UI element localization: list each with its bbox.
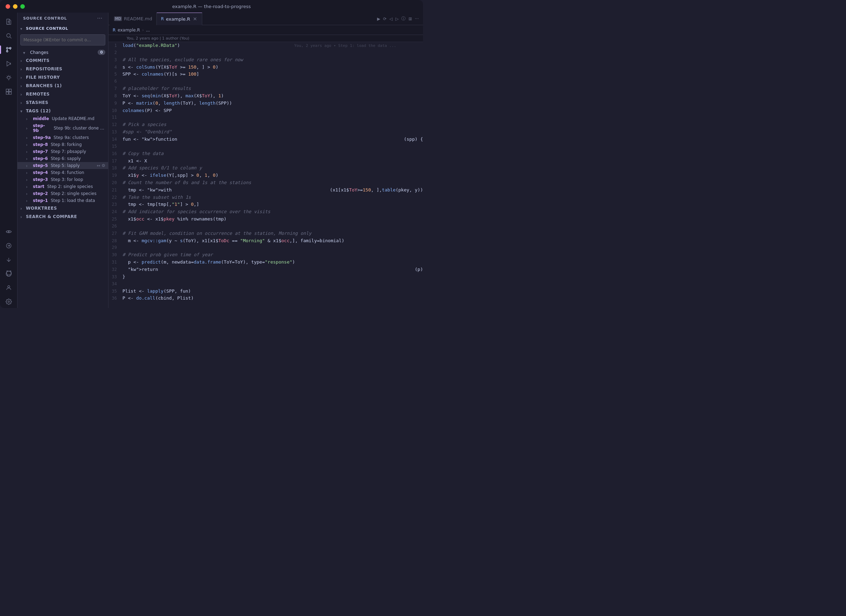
sidebar-section-repositories[interactable]: ›REPOSITORIES — [18, 65, 108, 73]
sidebar-section-branches--1-[interactable]: ›BRANCHES (1) — [18, 82, 108, 90]
code-editor[interactable]: 1 load("example.RData") You, 2 years ago… — [109, 42, 423, 308]
activity-debug[interactable] — [3, 71, 15, 84]
activity-github[interactable] — [3, 268, 15, 280]
tag-item-step-9b[interactable]: › step-9b Step 9b: cluster done r... — [18, 122, 108, 134]
tag-name: step-4 — [33, 170, 48, 175]
sidebar-header-actions[interactable]: ··· — [97, 16, 103, 21]
tab-readme[interactable]: MD README.md — [110, 13, 157, 25]
tab-example-r[interactable]: R example.R ✕ — [157, 13, 202, 25]
code-content: "kw">return — [122, 266, 415, 273]
activity-pull[interactable] — [3, 253, 15, 266]
tag-msg: Step 8: forking — [51, 142, 82, 147]
svg-point-10 — [7, 76, 10, 79]
line-number: 11 — [109, 114, 122, 121]
tag-item-step-5[interactable]: › step-5 Step 5: lapply ↔ ⚙ — [18, 162, 108, 169]
split-right-icon[interactable]: ▷ — [395, 16, 398, 21]
code-line: 33 } — [109, 273, 423, 281]
changes-section[interactable]: ▾ Changes 0 — [18, 48, 108, 56]
svg-point-3 — [7, 34, 10, 37]
sidebar-section-remotes[interactable]: ›REMOTES — [18, 90, 108, 99]
tag-item-step-9a[interactable]: › step-9a Step 9a: clusters — [18, 134, 108, 141]
activity-run[interactable] — [3, 57, 15, 70]
tag-item-step-6[interactable]: › step-6 Step 6: sapply — [18, 155, 108, 162]
activity-files[interactable] — [3, 15, 15, 28]
watch-icon[interactable]: ⟳ — [383, 16, 386, 21]
code-content: # placeholder for results — [122, 85, 423, 93]
split-editor-icon[interactable]: ⊞ — [408, 16, 412, 21]
breadcrumb-more[interactable]: ... — [146, 28, 150, 32]
tag-msg: Step 4: function — [51, 170, 84, 175]
svg-rect-0 — [7, 19, 9, 25]
maximize-button[interactable] — [20, 4, 25, 9]
activity-git[interactable] — [3, 240, 15, 252]
tag-chevron: › — [26, 178, 30, 182]
activity-account[interactable] — [3, 281, 15, 294]
sidebar-section-file-history[interactable]: ›FILE HISTORY — [18, 73, 108, 82]
tag-item-middle[interactable]: › middle Update README.md — [18, 115, 108, 122]
sections-container: ›COMMITS›REPOSITORIES›FILE HISTORY›BRANC… — [18, 56, 108, 107]
svg-rect-12 — [9, 89, 11, 92]
breadcrumb-r-icon: R — [113, 28, 116, 32]
tag-item-step-1[interactable]: › step-1 Step 1: load the data — [18, 197, 108, 204]
line-number: 26 — [109, 223, 122, 229]
search-compare-section[interactable]: › SEARCH & COMPARE — [18, 212, 108, 221]
breadcrumb-filename[interactable]: example.R — [118, 28, 140, 32]
sc-title[interactable]: ▾ SOURCE CONTROL — [18, 24, 108, 33]
activity-source-control[interactable] — [3, 43, 15, 56]
tab-close-button[interactable]: ✕ — [192, 16, 198, 22]
commit-input-area — [18, 33, 108, 48]
tag-item-step-3[interactable]: › step-3 Step 3: for loop — [18, 176, 108, 183]
info-icon[interactable]: ⓘ — [401, 16, 405, 22]
tag-item-start[interactable]: › start Step 2: single species — [18, 183, 108, 190]
tag-item-step-2[interactable]: › step-2 Step 2: single species — [18, 190, 108, 197]
code-content: x1 <- X — [122, 157, 423, 165]
commit-message-input[interactable] — [20, 34, 105, 46]
line-number: 32 — [109, 266, 122, 273]
more-editor-icon[interactable]: ··· — [415, 16, 419, 21]
section-chevron: › — [20, 92, 25, 96]
line-number: 25 — [109, 216, 122, 223]
code-content: m <- mgcv::gam(y ~ s(ToY), x1[x1$ToDc ==… — [122, 237, 423, 245]
tag-name: step-2 — [33, 191, 48, 196]
window-title: example.R — the-road-to-progress — [172, 4, 251, 9]
blame-bar: You, 2 years ago | 1 author (You) — [109, 35, 423, 42]
line-number: 1 — [109, 43, 122, 49]
code-line: 34 — [109, 281, 423, 288]
tags-label: TAGS (12) — [26, 109, 51, 113]
code-line: 12 # Pick a species — [109, 121, 423, 128]
window-controls[interactable] — [6, 4, 25, 9]
svg-point-19 — [8, 301, 9, 303]
code-line: 5 SPP <- colnames(Y)[s >= 100] — [109, 71, 423, 78]
tag-item-step-7[interactable]: › step-7 Step 7: pbsapply — [18, 148, 108, 155]
sidebar-section-commits[interactable]: ›COMMITS — [18, 56, 108, 65]
activity-docker[interactable] — [3, 225, 15, 238]
minimize-button[interactable] — [13, 4, 18, 9]
code-line: 36 P <- do.call(cbind, Plist) — [109, 295, 423, 302]
tag-name: middle — [33, 116, 49, 121]
tag-item-step-4[interactable]: › step-4 Step 4: function — [18, 169, 108, 176]
tags-section-header[interactable]: ▾ TAGS (12) — [18, 107, 108, 115]
close-button[interactable] — [6, 4, 10, 9]
code-line: 30 # Predict prob given time of year — [109, 251, 423, 259]
line-number: 7 — [109, 85, 122, 92]
code-line: 16 # Copy the data — [109, 150, 423, 157]
sidebar-section-stashes[interactable]: ›STASHES — [18, 99, 108, 107]
tag-item-step-8[interactable]: › step-8 Step 8: forking — [18, 141, 108, 148]
activity-settings[interactable] — [3, 296, 15, 308]
code-content: # Add indicator for species occurrence o… — [122, 208, 423, 216]
code-line: 19 x1$y <- ifelse(Y[,spp] > 0, 1, 0) — [109, 172, 423, 179]
run-icon[interactable]: ▶ — [377, 16, 380, 21]
more-actions-icon[interactable]: ··· — [97, 16, 103, 21]
activity-extensions[interactable] — [3, 85, 15, 98]
titlebar: example.R — the-road-to-progress — [0, 0, 423, 13]
worktrees-section[interactable]: › WORKTREES — [18, 204, 108, 212]
line-number: 3 — [109, 57, 122, 63]
editor-breadcrumb-bar: R example.R › ... — [109, 25, 423, 35]
line-number: 29 — [109, 244, 122, 251]
code-content: P <- do.call(cbind, Plist) — [122, 295, 423, 302]
svg-point-5 — [6, 47, 8, 49]
activity-search[interactable] — [3, 29, 15, 42]
tag-msg: Step 5: lapply — [51, 163, 80, 168]
section-label: REPOSITORIES — [26, 66, 62, 71]
split-left-icon[interactable]: ◁ — [389, 16, 392, 21]
